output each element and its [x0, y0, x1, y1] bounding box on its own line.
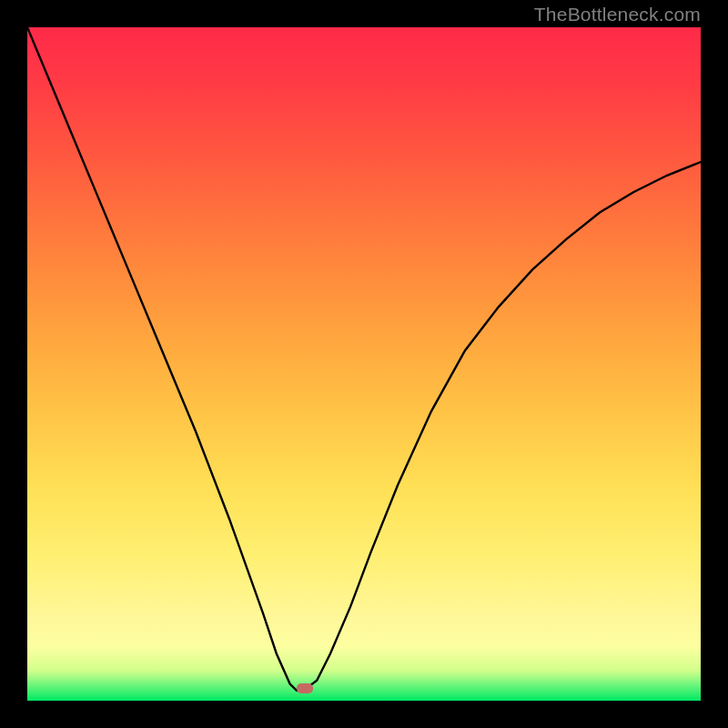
watermark-text: TheBottleneck.com — [534, 4, 701, 25]
bottleneck-curve — [27, 27, 701, 701]
optimal-point-marker — [297, 683, 313, 693]
chart-frame: TheBottleneck.com — [0, 0, 728, 728]
curve-right-arm — [303, 162, 701, 691]
curve-left-arm — [27, 27, 303, 691]
